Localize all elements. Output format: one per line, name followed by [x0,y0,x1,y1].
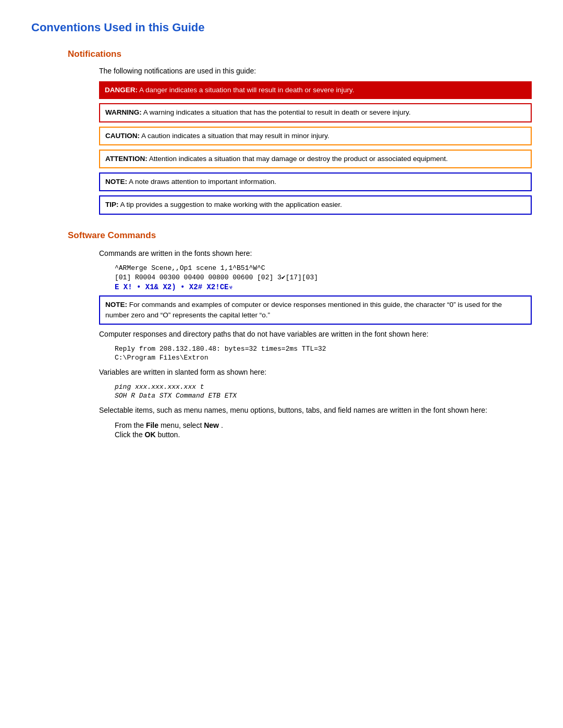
attention-box: ATTENTION: Attention indicates a situati… [99,150,532,168]
notifications-heading: Notifications [68,49,532,59]
selectable-line-1: From the File menu, select New . [115,421,532,429]
caution-box: CAUTION: A caution indicates a situation… [99,127,532,145]
note-box: NOTE: A note draws attention to importan… [99,172,532,191]
warning-box: WARNING: A warning indicates a situation… [99,103,532,122]
software-commands-body: Commands are written in the fonts shown … [99,248,532,439]
warning-text: A warning indicates a situation that has… [143,108,411,116]
para2: Variables are written in slanted form as… [99,367,532,378]
warning-label: WARNING: [105,108,142,116]
variable-line-2: SOH R Data STX Command ETB ETX [115,392,532,400]
attention-label: ATTENTION: [105,155,148,163]
new-item: New [204,421,219,429]
code-line-2: [01] R0004 00300 00400 00800 00600 [02] … [115,273,532,281]
tip-box: TIP: A tip provides a suggestion to make… [99,195,532,214]
notifications-section: Notifications The following notification… [31,49,532,215]
commands-intro: Commands are written in the fonts shown … [99,248,532,259]
para1: Computer responses and directory paths t… [99,329,532,340]
response-line-1: Reply from 208.132.180.48: bytes=32 time… [115,345,532,353]
response-line-2: C:\Program Files\Extron [115,354,532,362]
para3: Selectable items, such as menu names, me… [99,405,532,416]
danger-box: DANGER: A danger indicates a situation t… [99,81,532,99]
selectable-line-2: Click the OK button. [115,430,532,439]
code-line-blue: E X! • X1& X2) • X2# X2!CE☣ [115,282,532,291]
file-menu-item: File [146,421,158,429]
attention-text: Attention indicates a situation that may… [149,155,448,163]
software-commands-heading: Software Commands [68,230,532,241]
commands-note-label: NOTE: [105,301,127,309]
danger-label: DANGER: [105,86,138,94]
caution-text: A caution indicates a situation that may… [141,132,329,140]
danger-text: A danger indicates a situation that will… [139,86,354,94]
code-line-1: ^ARMerge Scene,,Op1 scene 1,1^B51^W^C [115,264,532,272]
tip-text: A tip provides a suggestion to make work… [120,201,342,208]
note-label: NOTE: [105,178,127,186]
ok-button-item: OK [145,430,156,439]
commands-note-box: NOTE: For commands and examples of compu… [99,295,532,325]
commands-note-text: For commands and examples of computer or… [105,301,502,319]
tip-label: TIP: [105,201,119,208]
notifications-body: The following notifications are used in … [99,67,532,215]
variable-line-1: ping xxx.xxx.xxx.xxx t [115,383,532,391]
selectable-menu: menu, select [161,421,204,429]
notifications-intro: The following notifications are used in … [99,67,532,75]
selectable-from: From the [115,421,146,429]
page-title: Conventions Used in this Guide [31,21,532,34]
caution-label: CAUTION: [105,132,140,140]
note-text: A note draws attention to important info… [129,178,276,186]
software-commands-section: Software Commands Commands are written i… [31,230,532,439]
